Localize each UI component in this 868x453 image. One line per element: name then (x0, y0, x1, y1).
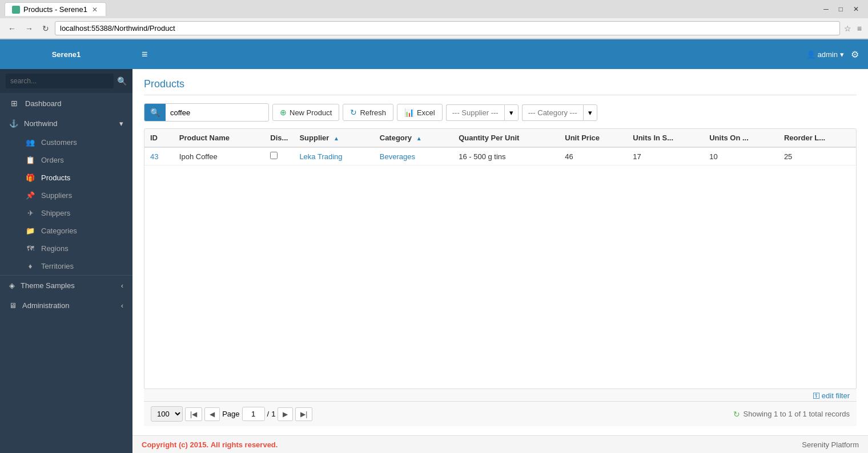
cell-dis[interactable] (264, 147, 294, 165)
table-body: 43 Ipoh Coffee Leka Trading Beverages 16… (144, 147, 856, 165)
refresh-button[interactable]: ↻ Refresh (343, 104, 393, 121)
excel-button[interactable]: 📊 Excel (397, 104, 443, 121)
sidebar-item-products[interactable]: 🎁 Products (0, 169, 132, 187)
sidebar-item-administration[interactable]: 🖥 Administration ‹ (0, 296, 132, 316)
header-row: ID Product Name Dis... Supplier ▲ Catego… (144, 129, 856, 147)
window-controls: ─ □ ✕ (819, 3, 863, 15)
page-number-input[interactable] (242, 407, 265, 421)
excel-label: Excel (417, 108, 435, 117)
menu-icon[interactable]: ≡ (855, 22, 863, 35)
sidebar-item-northwind[interactable]: ⚓ Northwind ▾ (0, 114, 132, 134)
pagination-left: 100 10 20 50 200 |◀ ◀ Page / 1 (151, 406, 312, 422)
sidebar-item-shippers[interactable]: ✈ Shippers (0, 204, 132, 222)
sidebar-header: Serene1 (0, 39, 132, 69)
first-page-button[interactable]: |◀ (185, 407, 202, 421)
cell-units-in-stock: 17 (627, 147, 704, 165)
browser-tab[interactable]: Products - Serene1 ✕ (5, 2, 106, 16)
cell-quantity: 16 - 500 g tins (453, 147, 559, 165)
cell-id[interactable]: 43 (144, 147, 174, 165)
suppliers-icon: 📌 (25, 191, 35, 200)
edit-filter-link[interactable]: edit filter (822, 391, 850, 400)
col-header-id[interactable]: ID (144, 129, 174, 147)
content-area: Products 🔍 ⊕ New Product ↻ Refresh (132, 69, 868, 435)
category-sort-icon: ▲ (416, 135, 422, 141)
suppliers-label: Suppliers (41, 191, 72, 200)
tab-close-button[interactable]: ✕ (91, 6, 99, 14)
tab-favicon (12, 6, 20, 14)
col-header-units-in-stock[interactable]: Units In S... (627, 129, 704, 147)
pagination-area: 100 10 20 50 200 |◀ ◀ Page / 1 (144, 401, 857, 426)
col-header-unit-price[interactable]: Unit Price (559, 129, 627, 147)
administration-label: Administration (22, 301, 115, 310)
sidebar-item-regions[interactable]: 🗺 Regions (0, 240, 132, 257)
sidebar-search-input[interactable] (6, 74, 114, 88)
new-product-icon: ⊕ (280, 108, 287, 117)
cell-unit-price: 46 (559, 147, 627, 165)
filter-icon: ⚿ (813, 391, 820, 400)
share-button[interactable]: ⚙ (851, 49, 859, 60)
sidebar-search-area: 🔍 (0, 69, 132, 93)
supplier-dropdown-arrow[interactable]: ▾ (504, 104, 519, 121)
discontinued-checkbox[interactable] (270, 152, 278, 159)
toolbar: 🔍 ⊕ New Product ↻ Refresh 📊 Excel (144, 103, 857, 122)
table-row: 43 Ipoh Coffee Leka Trading Beverages 16… (144, 147, 856, 165)
cell-category[interactable]: Beverages (374, 147, 453, 165)
close-button[interactable]: ✕ (849, 3, 863, 15)
orders-label: Orders (41, 156, 64, 164)
theme-samples-icon: ◈ (9, 281, 15, 290)
col-header-product-name[interactable]: Product Name (174, 129, 264, 147)
category-placeholder: --- Category --- (528, 108, 577, 117)
browser-controls: ← → ↻ ☆ ≡ (0, 18, 868, 39)
new-product-button[interactable]: ⊕ New Product (272, 104, 339, 121)
browser-actions: ☆ ≡ (842, 22, 863, 35)
sidebar: Serene1 🔍 ⊞ Dashboard ⚓ Northwind ▾ 👥 (0, 39, 132, 453)
last-page-button[interactable]: ▶| (295, 407, 312, 421)
col-header-category[interactable]: Category ▲ (374, 129, 453, 147)
sidebar-item-label: Dashboard (25, 99, 123, 108)
products-icon: 🎁 (25, 173, 35, 182)
bookmark-icon[interactable]: ☆ (842, 22, 853, 35)
category-dropdown-arrow[interactable]: ▾ (583, 104, 597, 121)
footer: Copyright (c) 2015. All rights reserved.… (132, 435, 868, 453)
category-dropdown[interactable]: --- Category --- (522, 104, 583, 121)
next-page-button[interactable]: ▶ (278, 407, 293, 421)
forward-button[interactable]: → (22, 22, 37, 35)
hamburger-button[interactable]: ≡ (142, 48, 148, 60)
browser-titlebar: Products - Serene1 ✕ ─ □ ✕ (0, 0, 868, 18)
maximize-button[interactable]: □ (834, 3, 847, 15)
search-box: 🔍 (144, 103, 269, 122)
sidebar-item-territories[interactable]: ♦ Territories (0, 257, 132, 275)
sidebar-item-customers[interactable]: 👥 Customers (0, 134, 132, 151)
reload-button[interactable]: ↻ (39, 22, 53, 35)
cell-supplier[interactable]: Leka Trading (294, 147, 373, 165)
supplier-dropdown[interactable]: --- Supplier --- (446, 104, 504, 121)
page-size-select[interactable]: 100 10 20 50 200 (151, 406, 183, 422)
sidebar-item-suppliers[interactable]: 📌 Suppliers (0, 187, 132, 204)
admin-arrow-icon: ▾ (840, 50, 844, 59)
rights-text: All rights reserved. (211, 440, 278, 449)
page-of-label: / (267, 410, 270, 418)
sidebar-item-theme-samples[interactable]: ◈ Theme Samples ‹ (0, 276, 132, 296)
sidebar-item-orders[interactable]: 📋 Orders (0, 151, 132, 169)
refresh-icon: ↻ (350, 108, 357, 117)
col-header-dis[interactable]: Dis... (264, 129, 294, 147)
prev-page-button[interactable]: ◀ (204, 407, 220, 421)
admin-label: admin (818, 50, 838, 59)
sidebar-search-button[interactable]: 🔍 (117, 76, 127, 86)
sidebar-item-categories[interactable]: 📁 Categories (0, 222, 132, 240)
search-input[interactable] (166, 105, 268, 120)
col-header-reorder-level[interactable]: Reorder L... (778, 129, 856, 147)
address-bar[interactable] (55, 21, 840, 35)
total-pages: 1 (271, 410, 275, 418)
col-header-supplier[interactable]: Supplier ▲ (294, 129, 373, 147)
copyright-text: Copyright (c) 2015. (142, 440, 208, 449)
supplier-dropdown-group: --- Supplier --- ▾ (446, 104, 519, 121)
back-button[interactable]: ← (5, 22, 19, 35)
admin-menu-button[interactable]: 👤 admin ▾ (806, 50, 844, 59)
col-header-units-on-order[interactable]: Units On ... (704, 129, 778, 147)
minimize-button[interactable]: ─ (819, 3, 833, 15)
supplier-placeholder: --- Supplier --- (452, 108, 499, 117)
sidebar-item-dashboard[interactable]: ⊞ Dashboard (0, 93, 132, 114)
shippers-icon: ✈ (25, 209, 35, 217)
col-header-quantity[interactable]: Quantity Per Unit (453, 129, 559, 147)
